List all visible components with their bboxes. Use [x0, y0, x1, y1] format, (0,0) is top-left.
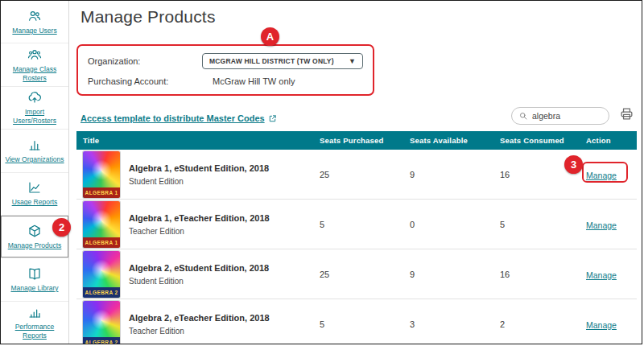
seats-purchased-value: 5 [310, 220, 400, 229]
product-title: Algebra 1, eTeacher Edition, 2018 [129, 212, 270, 224]
sidebar-item-label: Performance Reports [4, 323, 65, 340]
bar-chart-icon [27, 138, 42, 152]
product-title: Algebra 2, eTeacher Edition, 2018 [129, 312, 270, 323]
sidebar-item-label: Manage Users [12, 27, 56, 35]
manage-link[interactable]: Manage [586, 270, 617, 280]
page-title: Manage Products [80, 7, 216, 27]
cube-icon [27, 224, 42, 238]
seats-available-value: 9 [400, 270, 490, 279]
seats-consumed-value: 16 [490, 270, 583, 279]
sidebar-item-label: Manage Class Rosters [4, 65, 65, 82]
master-codes-link[interactable]: Access template to distribute Master Cod… [80, 113, 277, 123]
sidebar-item-usage-reports[interactable]: Usage Reports [1, 173, 68, 216]
table-row: ALGEBRA 2 Algebra 2, eStudent Edition, 2… [76, 249, 637, 299]
sidebar-item-label: Manage Products [8, 241, 62, 250]
product-cover: ALGEBRA 2 [83, 251, 120, 298]
product-subtitle: Teacher Edition [129, 227, 270, 236]
print-button[interactable] [617, 106, 635, 124]
organization-dropdown-value: MCGRAW HILL DISTRICT (TW ONLY) [209, 57, 334, 65]
column-header-seats-available: Seats Available [400, 136, 490, 145]
table-row: ALGEBRA 1 Algebra 1, eStudent Edition, 2… [76, 150, 637, 200]
annotation-badge-3: 3 [564, 155, 583, 174]
manage-link[interactable]: Manage [586, 171, 617, 180]
purchasing-account-label: Purchasing Account: [88, 76, 213, 86]
organization-dropdown[interactable]: MCGRAW HILL DISTRICT (TW ONLY) ▼ [202, 53, 363, 69]
chevron-down-icon: ▼ [349, 57, 356, 65]
book-icon [27, 266, 42, 281]
table-row: ALGEBRA 1 Algebra 1, eTeacher Edition, 2… [76, 200, 637, 249]
organization-panel: Organization: MCGRAW HILL DISTRICT (TW O… [76, 44, 374, 96]
seats-purchased-value: 25 [310, 270, 400, 279]
product-title: Algebra 1, eStudent Edition, 2018 [129, 163, 269, 174]
printer-icon [619, 106, 634, 122]
seats-consumed-value: 2 [490, 319, 583, 329]
cover-title: ALGEBRA 1 [83, 187, 120, 198]
product-subtitle: Teacher Edition [129, 327, 270, 336]
product-cover: ALGEBRA 1 [83, 151, 120, 198]
seats-available-value: 0 [400, 220, 490, 229]
sidebar-item-label: Manage Library [10, 284, 58, 293]
manage-link[interactable]: Manage [586, 220, 617, 230]
search-box [511, 107, 609, 125]
seats-available-value: 3 [400, 319, 490, 329]
table-header: Title Seats Purchased Seats Available Se… [76, 131, 637, 150]
master-codes-link-label: Access template to distribute Master Cod… [80, 113, 265, 123]
app-window: Manage Users Manage Class Rosters Import… [0, 0, 642, 344]
manage-link[interactable]: Manage [586, 320, 617, 330]
column-header-seats-purchased: Seats Purchased [310, 136, 400, 145]
table-row: ALGEBRA 2 Algebra 2, eTeacher Edition, 2… [76, 299, 637, 344]
product-subtitle: Student Edition [129, 177, 269, 186]
product-cover: ALGEBRA 2 [83, 301, 120, 345]
users-icon [27, 9, 42, 23]
purchasing-account-value: McGraw Hill TW only [213, 76, 295, 86]
product-title: Algebra 2, eStudent Edition, 2018 [129, 262, 269, 274]
cover-title: ALGEBRA 2 [83, 287, 120, 298]
sidebar-item-manage-users[interactable]: Manage Users [1, 1, 68, 43]
cover-title: ALGEBRA 1 [83, 237, 120, 248]
seats-purchased-value: 25 [310, 170, 400, 179]
seats-available-value: 9 [400, 170, 490, 179]
sidebar-item-label: View Organizations [5, 155, 64, 164]
bars-icon [27, 305, 42, 319]
external-link-icon [268, 114, 277, 123]
sidebar-item-label: Import Users/Rosters [4, 108, 65, 125]
product-subtitle: Student Edition [129, 277, 269, 286]
sidebar-item-manage-library[interactable]: Manage Library [1, 258, 68, 301]
seats-consumed-value: 5 [490, 220, 583, 229]
main-content: Manage Products Organization: MCGRAW HIL… [69, 1, 642, 344]
organization-label: Organization: [88, 56, 202, 66]
group-icon [27, 47, 42, 62]
sidebar-item-import-users-rosters[interactable]: Import Users/Rosters [1, 87, 68, 130]
sidebar-item-label: Usage Reports [12, 198, 58, 207]
products-table: Title Seats Purchased Seats Available Se… [76, 131, 637, 344]
annotation-badge-2: 2 [52, 218, 71, 237]
line-chart-icon [27, 180, 42, 195]
column-header-action: Action [583, 136, 637, 145]
search-input[interactable] [532, 111, 595, 121]
sidebar-item-view-organizations[interactable]: View Organizations [1, 130, 68, 172]
seats-purchased-value: 5 [310, 319, 400, 329]
sidebar: Manage Users Manage Class Rosters Import… [1, 1, 69, 344]
sidebar-item-performance-reports[interactable]: Performance Reports [1, 302, 68, 344]
sidebar-item-manage-class-rosters[interactable]: Manage Class Rosters [1, 43, 68, 86]
cloud-upload-icon [27, 90, 42, 105]
cover-title: ALGEBRA 2 [83, 337, 120, 345]
column-header-seats-consumed: Seats Consumed [490, 136, 583, 145]
product-cover: ALGEBRA 1 [83, 201, 120, 248]
annotation-badge-a: A [261, 27, 279, 46]
column-header-title: Title [76, 136, 310, 145]
search-icon [518, 111, 528, 121]
